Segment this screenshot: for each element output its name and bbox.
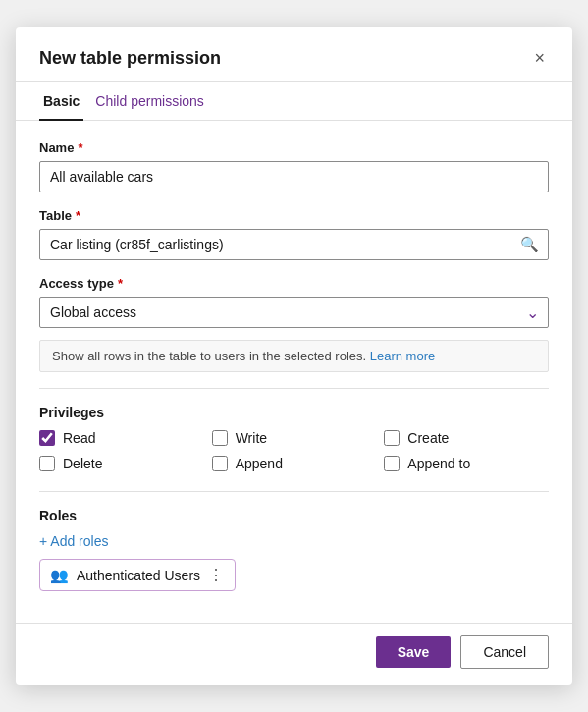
- privileges-grid: Read Write Create Delete Append: [39, 430, 549, 471]
- name-field-group: Name *: [39, 140, 549, 192]
- tab-child-permissions[interactable]: Child permissions: [91, 82, 207, 121]
- dialog-title: New table permission: [39, 48, 221, 69]
- privilege-append[interactable]: Append: [212, 456, 377, 471]
- table-required-marker: *: [76, 208, 80, 223]
- dialog-body: Name * Table * 🔍 Access type *: [16, 121, 572, 623]
- privilege-delete-checkbox[interactable]: [39, 456, 55, 471]
- privilege-read[interactable]: Read: [39, 430, 204, 446]
- privilege-write-checkbox[interactable]: [212, 430, 228, 446]
- name-input[interactable]: [39, 161, 549, 192]
- person-icon: 👥: [50, 567, 69, 584]
- close-button[interactable]: ×: [530, 47, 549, 69]
- access-type-field-group: Access type * Global access Contact acce…: [39, 276, 549, 328]
- name-label: Name *: [39, 140, 549, 155]
- table-label: Table *: [39, 208, 549, 223]
- privilege-read-checkbox[interactable]: [39, 430, 55, 446]
- roles-label: Roles: [39, 508, 549, 523]
- privilege-create[interactable]: Create: [384, 430, 549, 446]
- table-input[interactable]: [39, 229, 549, 260]
- access-type-required-marker: *: [118, 276, 123, 291]
- access-type-label: Access type *: [39, 276, 549, 291]
- privileges-section: Privileges Read Write Create Delete: [39, 405, 549, 471]
- divider-2: [39, 491, 549, 492]
- role-tag-label: Authenticated Users: [77, 568, 200, 583]
- table-input-wrap: 🔍: [39, 229, 549, 260]
- role-tag-menu-icon[interactable]: ⋮: [208, 566, 225, 584]
- privilege-append-to[interactable]: Append to: [384, 456, 549, 471]
- access-type-select-wrap: Global access Contact access Account acc…: [39, 297, 549, 328]
- tabs-container: Basic Child permissions: [16, 82, 572, 121]
- add-roles-button[interactable]: + Add roles: [39, 533, 108, 549]
- privileges-label: Privileges: [39, 405, 549, 420]
- new-table-permission-dialog: New table permission × Basic Child permi…: [16, 27, 572, 685]
- privilege-delete[interactable]: Delete: [39, 456, 204, 471]
- access-type-info-box: Show all rows in the table to users in t…: [39, 340, 549, 372]
- role-tag-authenticated-users: 👥 Authenticated Users ⋮: [39, 559, 236, 591]
- tab-basic[interactable]: Basic: [39, 82, 83, 121]
- privilege-create-checkbox[interactable]: [384, 430, 400, 446]
- privilege-append-to-checkbox[interactable]: [384, 456, 400, 471]
- learn-more-link[interactable]: Learn more: [370, 349, 435, 363]
- dialog-header: New table permission ×: [16, 27, 572, 82]
- cancel-button[interactable]: Cancel: [460, 635, 549, 669]
- save-button[interactable]: Save: [376, 636, 452, 668]
- roles-section: Roles + Add roles 👥 Authenticated Users …: [39, 508, 549, 591]
- table-field-group: Table * 🔍: [39, 208, 549, 260]
- dialog-footer: Save Cancel: [16, 623, 572, 685]
- privilege-append-checkbox[interactable]: [212, 456, 228, 471]
- privilege-write[interactable]: Write: [212, 430, 377, 446]
- name-required-marker: *: [78, 140, 82, 155]
- divider-1: [39, 388, 549, 389]
- access-type-select[interactable]: Global access Contact access Account acc…: [39, 297, 549, 328]
